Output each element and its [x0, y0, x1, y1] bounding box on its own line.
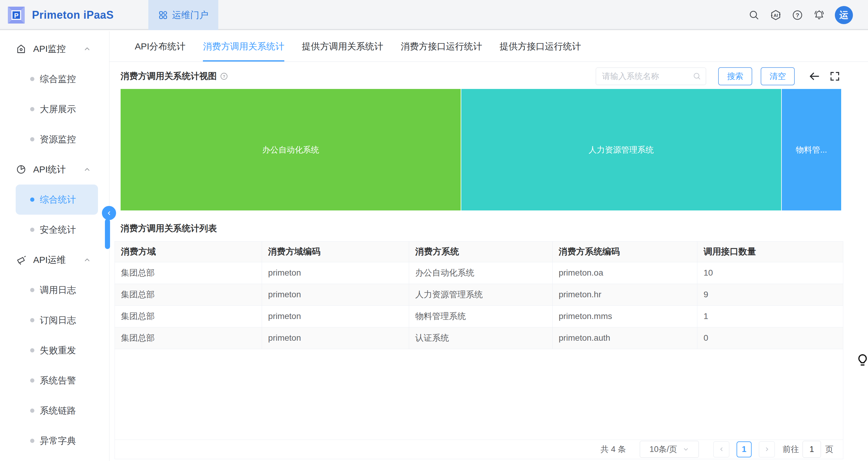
- col-consumer-system: 消费方系统: [409, 242, 553, 262]
- table-row: 集团总部 primeton 物料管理系统 primeton.mms 1: [115, 305, 843, 327]
- home-icon: [16, 43, 27, 54]
- page-number-1[interactable]: 1: [737, 441, 752, 457]
- sidebar-item-call-logs[interactable]: 调用日志: [0, 275, 109, 305]
- sidebar-item-comprehensive-statistics[interactable]: 综合统计: [16, 185, 98, 215]
- sidebar-group-label: API统计: [33, 163, 66, 176]
- primeton-logo-icon: P: [5, 4, 27, 26]
- user-avatar[interactable]: 运: [835, 6, 853, 24]
- list-section-title: 消费方调用关系统计列表: [121, 222, 868, 235]
- search-input[interactable]: [596, 67, 706, 85]
- system-name-search: [596, 67, 706, 85]
- sidebar-active-indicator: [105, 219, 110, 249]
- fullscreen-icon[interactable]: [829, 70, 841, 83]
- table-header-row: 消费方域 消费方域编码 消费方系统 消费方系统编码 调用接口数量: [115, 242, 843, 262]
- bullet-dot-icon: [30, 228, 34, 232]
- back-arrow-icon[interactable]: [808, 70, 821, 83]
- help-icon[interactable]: ?: [792, 9, 804, 21]
- sidebar-collapse-button[interactable]: [102, 206, 116, 220]
- brand: P Primeton iPaaS: [5, 0, 114, 30]
- next-page-button[interactable]: [759, 441, 775, 457]
- bell-icon[interactable]: [813, 9, 825, 21]
- sidebar-item-system-links[interactable]: 系统链路: [0, 396, 109, 426]
- sidebar-group-api-monitor[interactable]: API监控: [0, 34, 109, 64]
- bullet-dot-icon: [30, 348, 34, 352]
- tab-provider-api-runtime[interactable]: 提供方接口运行统计: [500, 31, 581, 62]
- top-header: P Primeton iPaaS 运维门户 AI: [0, 0, 868, 30]
- sidebar-item-system-alerts[interactable]: 系统告警: [0, 365, 109, 396]
- header-actions: AI ? 运: [748, 0, 853, 30]
- main-content: API分布统计 消费方调用关系统计 提供方调用关系统计 消费方接口运行统计 提供…: [110, 31, 868, 461]
- sidebar-item-big-screen[interactable]: 大屏展示: [0, 94, 109, 124]
- col-consumer-system-code: 消费方系统编码: [552, 242, 698, 262]
- statistics-tabs: API分布统计 消费方调用关系统计 提供方调用关系统计 消费方接口运行统计 提供…: [110, 31, 868, 62]
- table-row: 集团总部 primeton 人力资源管理系统 primeton.hr 9: [115, 284, 843, 305]
- view-toolbar: 消费方调用关系统计视图 ? 搜索 清空: [110, 62, 868, 85]
- pagination-bar: 共 4 条 10条/页 1 前往 页: [115, 439, 843, 459]
- goto-label: 前往: [783, 444, 799, 455]
- app-grid-icon: [158, 10, 168, 20]
- pie-chart-icon: [16, 164, 27, 175]
- portal-tab-ops[interactable]: 运维门户: [148, 0, 218, 30]
- page-unit-label: 页: [825, 444, 833, 455]
- search-button[interactable]: 搜索: [718, 67, 752, 85]
- chevron-up-icon: [83, 165, 91, 173]
- prev-page-button[interactable]: [713, 441, 729, 457]
- tab-consumer-call-relation[interactable]: 消费方调用关系统计: [203, 31, 284, 62]
- sidebar-item-security-statistics[interactable]: 安全统计: [0, 215, 109, 245]
- chevron-up-icon: [83, 45, 91, 53]
- bullet-dot-icon: [30, 318, 34, 322]
- tab-consumer-api-runtime[interactable]: 消费方接口运行统计: [401, 31, 482, 62]
- pagination-total: 共 4 条: [600, 444, 626, 455]
- sidebar-item-failure-retry[interactable]: 失败重发: [0, 335, 109, 365]
- sidebar-item-resource-monitor[interactable]: 资源监控: [0, 124, 109, 154]
- ai-icon[interactable]: AI: [770, 9, 782, 21]
- input-search-icon: [693, 72, 701, 81]
- chevron-left-icon: [106, 210, 112, 216]
- svg-text:?: ?: [796, 12, 799, 19]
- col-consumer-domain: 消费方域: [115, 242, 262, 262]
- bullet-dot-icon: [30, 439, 34, 443]
- sidebar-group-api-ops[interactable]: API运维: [0, 245, 109, 275]
- col-consumer-domain-code: 消费方域编码: [262, 242, 409, 262]
- app-title: Primeton iPaaS: [32, 9, 114, 22]
- treemap-cell-mms-system[interactable]: 物料管...: [781, 89, 841, 211]
- table-empty-area: [115, 349, 843, 439]
- page-size-select[interactable]: 10条/页: [640, 441, 699, 458]
- chevron-left-icon: [718, 446, 725, 453]
- bullet-dot-icon: [30, 408, 34, 413]
- sidebar-item-subscription-logs[interactable]: 订阅日志: [0, 305, 109, 335]
- consumer-call-treemap: 办公自动化系统 人力资源管理系统 物料管...: [121, 89, 841, 211]
- search-icon[interactable]: [748, 9, 760, 21]
- view-toolbar-actions: 搜索 清空: [596, 67, 841, 85]
- goto-page-input[interactable]: [803, 441, 821, 458]
- bullet-dot-icon: [30, 197, 34, 202]
- chevron-down-icon: [683, 446, 689, 453]
- consumer-call-table: 消费方域 消费方域编码 消费方系统 消费方系统编码 调用接口数量 集团总部 pr…: [115, 242, 843, 349]
- sidebar-item-exception-dictionary[interactable]: 异常字典: [0, 426, 109, 456]
- sidebar-nav: API监控 综合监控 大屏展示 资源监控 API统计 综合统计 安全统计 API…: [0, 31, 110, 461]
- bullet-dot-icon: [30, 378, 34, 382]
- clear-button[interactable]: 清空: [761, 67, 795, 85]
- sidebar-group-label: API监控: [33, 43, 66, 55]
- portal-tab-label: 运维门户: [172, 9, 208, 22]
- chevron-right-icon: [764, 446, 770, 453]
- treemap-cell-hr-system[interactable]: 人力资源管理系统: [461, 89, 781, 211]
- table-row: 集团总部 primeton 认证系统 primeton.auth 0: [115, 327, 843, 349]
- tab-provider-call-relation[interactable]: 提供方调用关系统计: [302, 31, 383, 62]
- sidebar-item-comprehensive-monitor[interactable]: 综合监控: [0, 64, 109, 94]
- question-circle-icon[interactable]: ?: [220, 72, 228, 81]
- megaphone-icon: [16, 254, 27, 265]
- tab-api-distribution[interactable]: API分布统计: [135, 31, 185, 62]
- col-api-call-count: 调用接口数量: [698, 242, 843, 262]
- treemap-cell-oa-system[interactable]: 办公自动化系统: [121, 89, 461, 211]
- statistics-table-container: 消费方域 消费方域编码 消费方系统 消费方系统编码 调用接口数量 集团总部 pr…: [115, 241, 843, 459]
- sidebar-group-api-statistics[interactable]: API统计: [0, 154, 109, 185]
- view-section-title: 消费方调用关系统计视图 ?: [121, 70, 228, 82]
- svg-text:AI: AI: [774, 13, 778, 18]
- svg-text:?: ?: [223, 74, 225, 79]
- sidebar-group-label: API运维: [33, 254, 66, 266]
- table-row: 集团总部 primeton 办公自动化系统 primeton.oa 10: [115, 262, 843, 284]
- chevron-up-icon: [83, 256, 91, 264]
- lightbulb-icon[interactable]: [856, 351, 868, 370]
- svg-text:P: P: [14, 12, 19, 19]
